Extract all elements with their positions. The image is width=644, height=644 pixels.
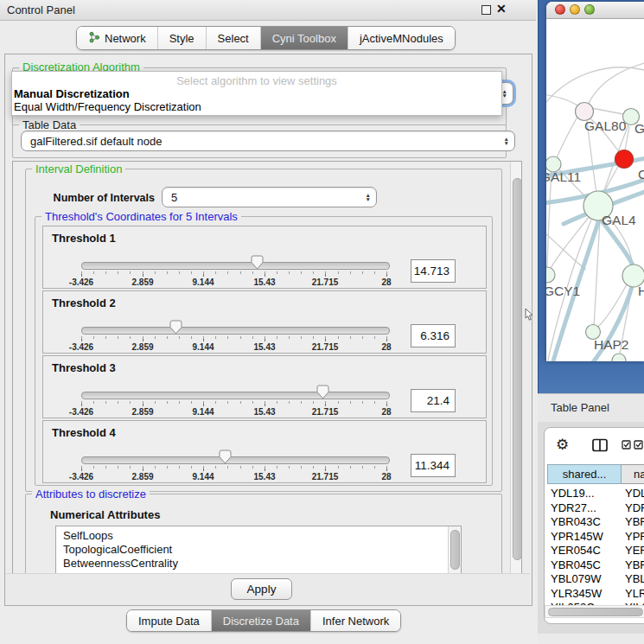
popup-item-manual[interactable]: Manual Discretization: [14, 87, 130, 100]
threshold-3-slider-thumb[interactable]: [316, 385, 329, 399]
attributes-group: Attributes to discretize Numerical Attri…: [25, 494, 502, 574]
network-icon: [88, 31, 100, 46]
control-panel-titlebar: Control Panel ✕: [0, 0, 536, 21]
network-node-selected[interactable]: [615, 150, 634, 169]
threshold-3-value-field[interactable]: 21.4: [411, 389, 456, 412]
table-data-combo[interactable]: galFiltered.sif default node ▲▼: [21, 131, 515, 151]
attributes-group-title: Attributes to discretize: [32, 488, 150, 501]
threshold-4-slider-thumb[interactable]: [219, 450, 232, 464]
zoom-traffic-light[interactable]: [584, 4, 595, 15]
tab-network[interactable]: Network: [77, 27, 158, 49]
threshold-1-value-field[interactable]: 14.713: [411, 259, 456, 283]
node-label-c: C: [638, 167, 644, 182]
num-intervals-value: 5: [171, 191, 177, 204]
tab-discretize-data[interactable]: Discretize Data: [212, 610, 311, 631]
list-item[interactable]: TopologicalCoefficient: [63, 543, 172, 556]
tab-select[interactable]: Select: [207, 27, 261, 49]
threshold-4-panel: Threshold 4 -3.426 2.859 9.144 15.43 21.…: [42, 420, 487, 483]
gear-icon[interactable]: ⚙: [556, 436, 569, 454]
checkbox-checked-icon[interactable]: [622, 440, 631, 450]
numerical-attributes-label: Numerical Attributes: [50, 508, 160, 521]
top-tabbar: Network Style Select Cyni Toolbox jActiv…: [76, 26, 456, 50]
right-bottom-band: [538, 634, 644, 644]
bottom-tabbar: Impute Data Discretize Data Infer Networ…: [126, 609, 401, 632]
mouse-cursor: [525, 309, 534, 322]
table-panel-title: Table Panel: [551, 401, 609, 414]
node-label-ga: GA: [634, 121, 644, 136]
settings-scrollpane: Interval Definition Number of Intervals …: [12, 161, 522, 574]
table-row[interactable]: YBR045CYBR0: [547, 558, 644, 572]
threshold-3-slider[interactable]: [81, 392, 390, 399]
combo-stepper-icon: ▲▼: [504, 137, 509, 145]
interval-group-title: Interval Definition: [32, 163, 125, 175]
table-row[interactable]: YLR345WYLR3: [547, 586, 644, 601]
threshold-4-value-field[interactable]: 11.344: [411, 454, 456, 477]
node-label-gcy1: GCY1: [546, 284, 580, 298]
node-label-gal80: GAL80: [584, 118, 627, 133]
tab-style[interactable]: Style: [158, 27, 207, 49]
threshold-2-value-field[interactable]: 6.316: [411, 324, 456, 348]
threshold-4-slider[interactable]: [81, 456, 390, 464]
threshold-2-slider-thumb[interactable]: [169, 320, 182, 335]
algorithm-popup: Select algorithm to view settings Manual…: [11, 71, 502, 116]
close-traffic-light[interactable]: [555, 4, 565, 15]
tab-cyni-toolbox[interactable]: Cyni Toolbox: [261, 27, 348, 49]
tab-jactivemnodules[interactable]: jActiveMNodules: [348, 27, 455, 49]
node-label-hap2: HAP2: [594, 337, 629, 352]
checkbox-checked-icon[interactable]: [634, 440, 643, 450]
threshold-2-slider[interactable]: [81, 327, 390, 335]
table-row[interactable]: YPR145WYPR1: [547, 529, 644, 544]
threshold-1-panel: Threshold 1 -3.426 2.859 9.144 15.43 21.…: [42, 226, 487, 289]
combo-stepper-icon: ▲▼: [502, 89, 507, 98]
thresholds-group: Threshold's Coordinates for 5 Intervals …: [35, 216, 493, 486]
table-data-combo-value: galFiltered.sif default node: [30, 135, 162, 148]
node-label-gal11: GAL11: [546, 169, 581, 184]
list-item[interactable]: BetweennessCentrality: [63, 557, 178, 570]
interval-group: Interval Definition Number of Intervals …: [25, 169, 502, 492]
popup-hint: Select algorithm to view settings: [12, 74, 501, 87]
close-icon[interactable]: ✕: [496, 2, 507, 16]
tab-impute-data[interactable]: Impute Data: [127, 610, 212, 631]
threshold-1-slider-thumb[interactable]: [251, 255, 264, 270]
table-body: YDL19...YDL1 YDR27...YDR2 YBR043CYBR0 YP…: [547, 484, 644, 605]
num-intervals-label: Number of Intervals: [41, 192, 155, 204]
network-canvas[interactable]: GAL80 GA C GAL11 GAL4 GCY1 H HAP2: [546, 18, 644, 361]
table-row[interactable]: YDL19...YDL1: [547, 486, 644, 501]
num-intervals-combo[interactable]: 5 ▲▼: [162, 187, 377, 207]
network-node[interactable]: [546, 267, 555, 283]
node-label-gal4: GAL4: [602, 213, 636, 227]
network-window-titlebar[interactable]: [546, 2, 644, 19]
minimize-traffic-light[interactable]: [570, 4, 580, 15]
table-hscrollbar[interactable]: [545, 605, 644, 618]
split-view-icon[interactable]: [592, 438, 608, 452]
list-item[interactable]: SelfLoops: [63, 529, 113, 542]
table-row[interactable]: YBL079WYBL0: [547, 571, 644, 586]
column-header-name[interactable]: na: [622, 464, 644, 484]
list-scrollbar[interactable]: [448, 526, 461, 574]
tab-infer-network[interactable]: Infer Network: [311, 610, 400, 631]
float-window-icon[interactable]: [481, 5, 491, 15]
attributes-list: SelfLoops TopologicalCoefficient Between…: [55, 526, 462, 574]
table-data-title: Table Data: [19, 118, 80, 131]
network-node[interactable]: [612, 354, 626, 361]
threshold-1-slider[interactable]: [81, 262, 390, 270]
panel-title: Control Panel: [7, 3, 75, 16]
threshold-2-panel: Threshold 2 -3.426 2.859 9.144 15.43 21.…: [42, 290, 487, 354]
column-header-shared[interactable]: shared...: [547, 464, 622, 484]
thresholds-group-title: Threshold's Coordinates for 5 Intervals: [41, 210, 241, 223]
popup-item-equal-width[interactable]: Equal Width/Frequency Discretization: [14, 100, 201, 113]
table-row[interactable]: YER054CYER0: [547, 543, 644, 558]
combo-stepper-icon: ▲▼: [366, 193, 371, 201]
tab-network-label: Network: [105, 32, 146, 45]
table-panel-titlebar: Table Panel: [538, 393, 644, 423]
application-window: Control Panel ✕ Network Style Select Cyn…: [0, 0, 644, 644]
table-row[interactable]: YBR043CYBR0: [547, 514, 644, 529]
apply-button[interactable]: Apply: [231, 578, 292, 600]
settings-scrollbar[interactable]: [510, 162, 522, 573]
node-label-h: H: [638, 284, 644, 298]
table-row[interactable]: YDR27...YDR2: [547, 501, 644, 515]
threshold-3-panel: Threshold 3 -3.426 2.859 9.144 15.43 21.…: [42, 355, 487, 418]
